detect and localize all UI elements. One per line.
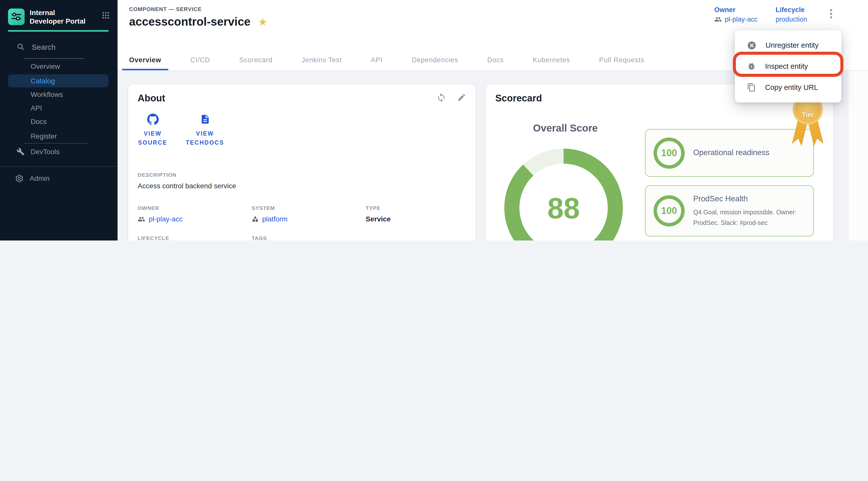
tab-docs[interactable]: Docs bbox=[480, 50, 511, 70]
tab-dependencies[interactable]: Dependencies bbox=[405, 50, 465, 70]
sidebar-item-catalog[interactable]: Catalog bbox=[0, 74, 118, 88]
sidebar-item-admin[interactable]: Admin bbox=[0, 172, 118, 185]
tab-api[interactable]: API bbox=[364, 50, 390, 70]
menu-item-unregister-entity[interactable]: Unregister entity bbox=[735, 35, 841, 56]
menu-item-inspect-entity[interactable]: Inspect entity bbox=[735, 56, 841, 77]
overall-score-donut: 88 bbox=[504, 149, 623, 241]
circle-x-icon bbox=[747, 40, 756, 50]
page-title: accesscontrol-service bbox=[129, 15, 250, 29]
portal-title: Internal Developer Portal bbox=[30, 8, 89, 25]
menu-item-label: Copy entity URL bbox=[765, 83, 818, 91]
search-icon bbox=[17, 43, 25, 51]
techdocs-icon bbox=[200, 114, 210, 125]
score-ring: 100 bbox=[653, 137, 685, 168]
edit-pencil-icon[interactable] bbox=[457, 93, 466, 102]
copy-icon bbox=[747, 83, 756, 92]
view-source-link[interactable]: VIEW SOURCE bbox=[133, 114, 172, 147]
sidebar-item-api[interactable]: API bbox=[0, 101, 118, 115]
kebab-menu-icon[interactable] bbox=[828, 7, 834, 21]
tab-cicd[interactable]: CI/CD bbox=[183, 50, 217, 70]
github-icon bbox=[147, 114, 158, 125]
scorecard-item[interactable]: 100 ProdSec Health Q4 Goal, mission impo… bbox=[645, 185, 814, 236]
tab-overview[interactable]: Overview bbox=[122, 50, 168, 70]
tab-pull-requests[interactable]: Pull Requests bbox=[592, 50, 651, 70]
tab-jenkins-test[interactable]: Jenkins Test bbox=[294, 50, 349, 70]
scorecard-card: Scorecard Tier Overall Score 88 100 Oper… bbox=[486, 84, 833, 241]
group-icon bbox=[137, 215, 145, 223]
group-icon bbox=[714, 15, 722, 23]
breadcrumb: COMPONENT — SERVICE bbox=[129, 6, 202, 12]
menu-item-label: Unregister entity bbox=[766, 41, 818, 49]
field-tags: TAGS java bbox=[252, 235, 366, 241]
favorite-star-icon[interactable]: ★ bbox=[258, 17, 268, 27]
gear-icon bbox=[15, 174, 24, 183]
view-techdocs-link[interactable]: VIEW TECHDOCS bbox=[185, 114, 224, 147]
lifecycle-meta: Lifecycle production bbox=[776, 6, 807, 23]
tier-badge-label: Tier bbox=[802, 111, 813, 119]
system-entity-link[interactable]: platform bbox=[252, 215, 366, 223]
sidebar-item-workflows[interactable]: Workflows bbox=[0, 88, 118, 101]
score-title: ProdSec Health bbox=[693, 193, 805, 204]
portal-logo[interactable] bbox=[8, 8, 25, 25]
entity-context-menu: Unregister entity Inspect entity Copy en… bbox=[735, 30, 841, 102]
about-title: About bbox=[137, 93, 165, 104]
sidebar-divider bbox=[0, 166, 118, 167]
bug-icon bbox=[747, 62, 756, 71]
owner-link[interactable]: pl-play-acc bbox=[714, 15, 758, 23]
entity-tabs: Overview CI/CD Scorecard Jenkins Test AP… bbox=[122, 50, 651, 70]
field-type: TYPE Service bbox=[366, 205, 464, 223]
sidebar-item-docs[interactable]: Docs bbox=[0, 115, 118, 129]
sidebar-accent-divider bbox=[8, 30, 108, 32]
tab-scorecard[interactable]: Scorecard bbox=[232, 50, 280, 70]
field-system: SYSTEM platform bbox=[252, 205, 366, 223]
owner-entity-link[interactable]: pl-play-acc bbox=[137, 215, 252, 223]
about-card: About VIEW SOURCE VIEW TECHDOCS DESCRIPT… bbox=[128, 84, 476, 241]
menu-item-copy-entity-url[interactable]: Copy entity URL bbox=[735, 77, 841, 98]
lifecycle-value: production bbox=[776, 15, 807, 23]
score-ring: 100 bbox=[653, 195, 685, 226]
owner-value: pl-play-acc bbox=[725, 15, 758, 23]
description-label: DESCRIPTION bbox=[137, 172, 236, 178]
wrench-icon bbox=[17, 148, 25, 156]
sidebar-search[interactable]: Search bbox=[17, 43, 56, 51]
system-icon bbox=[252, 215, 259, 222]
tab-kubernetes[interactable]: Kubernetes bbox=[526, 50, 577, 70]
sidebar-item-register[interactable]: Register bbox=[0, 130, 118, 143]
score-subtitle: Q4 Goal, mission impossible. Owner: Prod… bbox=[693, 207, 805, 229]
description-value: Access control backend service bbox=[137, 182, 236, 190]
lifecycle-label: Lifecycle bbox=[776, 6, 807, 13]
scorecard-item[interactable]: 100 Operational readiness bbox=[645, 129, 814, 177]
scroll-gutter bbox=[848, 71, 868, 241]
field-lifecycle: LIFECYCLE production bbox=[137, 235, 252, 241]
sidebar: Internal Developer Portal Search Overvie… bbox=[0, 0, 118, 241]
owner-label: Owner bbox=[714, 6, 758, 13]
sidebar-item-devtools[interactable]: DevTools bbox=[0, 145, 118, 158]
overall-score-label: Overall Score bbox=[486, 123, 645, 134]
field-owner: OWNER pl-play-acc bbox=[137, 205, 252, 223]
sidebar-item-label: Admin bbox=[30, 174, 50, 182]
app-window: Internal Developer Portal Search Overvie… bbox=[0, 0, 868, 241]
view-source-label: VIEW SOURCE bbox=[133, 130, 172, 147]
owner-meta: Owner pl-play-acc bbox=[714, 6, 758, 23]
sidebar-divider bbox=[24, 143, 88, 143]
score-title: Operational readiness bbox=[693, 147, 769, 159]
sidebar-item-overview[interactable]: Overview bbox=[0, 60, 118, 73]
apps-grid-icon[interactable] bbox=[102, 11, 110, 19]
overall-score-value: 88 bbox=[504, 149, 623, 241]
search-label: Search bbox=[32, 43, 56, 51]
menu-item-label: Inspect entity bbox=[765, 62, 808, 70]
view-techdocs-label: VIEW TECHDOCS bbox=[185, 130, 224, 147]
refresh-icon[interactable] bbox=[436, 93, 446, 102]
search-underline bbox=[24, 58, 84, 59]
scorecard-title: Scorecard bbox=[495, 93, 542, 103]
sidebar-item-label: DevTools bbox=[31, 148, 60, 156]
